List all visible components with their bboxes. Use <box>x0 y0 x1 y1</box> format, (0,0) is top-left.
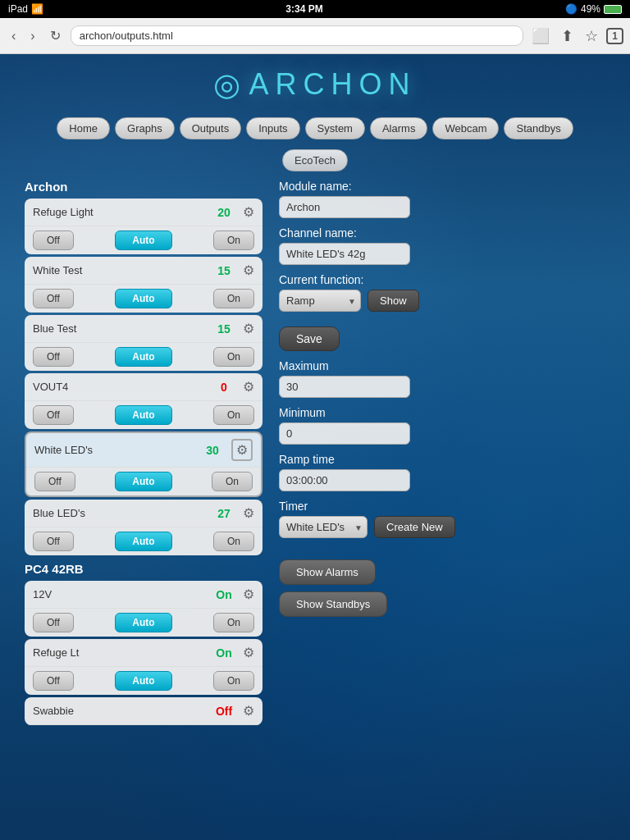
output-controls-white-test: Off Auto On <box>25 285 262 313</box>
ramp-time-input[interactable] <box>279 469 410 491</box>
output-row-vout4: VOUT4 0 ⚙ <box>25 373 262 401</box>
off-btn-vout4[interactable]: Off <box>33 405 74 425</box>
timer-group: Timer White LED's Blue LED's Refuge Ligh… <box>279 500 605 538</box>
output-name-refuge-lt: Refuge Lt <box>33 646 212 659</box>
output-row-swabbie: Swabbie Off ⚙ <box>25 697 262 725</box>
minimum-input[interactable] <box>279 422 410 445</box>
bluetooth-icon: 🔵 <box>565 3 578 15</box>
timer-select-wrapper: White LED's Blue LED's Refuge Light <box>279 516 368 538</box>
output-row-blue-test: Blue Test 15 ⚙ <box>25 315 262 343</box>
off-btn-blue-leds[interactable]: Off <box>33 532 74 551</box>
output-name-white-leds: White LED's <box>34 444 200 456</box>
gear-icon-blue-test[interactable]: ⚙ <box>243 321 254 336</box>
output-card-refuge-light: Refuge Light 20 ⚙ Off Auto On <box>25 199 262 254</box>
output-value-blue-test: 15 <box>212 322 236 336</box>
output-card-swabbie: Swabbie Off ⚙ <box>25 697 262 725</box>
show-standbys-button[interactable]: Show Standbys <box>279 591 387 617</box>
on-btn-blue-leds[interactable]: On <box>213 532 254 551</box>
share-button[interactable]: ⬜ <box>528 25 553 47</box>
on-btn-blue-test[interactable]: On <box>213 347 254 367</box>
timer-select[interactable]: White LED's Blue LED's Refuge Light <box>279 516 368 538</box>
reload-button[interactable]: ↻ <box>45 26 66 45</box>
bookmark-button[interactable]: ☆ <box>582 25 601 47</box>
nav-alarms[interactable]: Alarms <box>370 117 427 139</box>
maximum-input[interactable] <box>279 376 410 398</box>
nav-ecotech[interactable]: EcoTech <box>282 149 348 171</box>
nav-standbys[interactable]: Standbys <box>504 117 573 139</box>
on-btn-refuge-light[interactable]: On <box>213 231 254 250</box>
status-right: 🔵 49% <box>565 3 622 15</box>
nav-outputs[interactable]: Outputs <box>180 117 242 139</box>
ramp-time-group: Ramp time <box>279 453 605 491</box>
output-value-vout4: 0 <box>212 381 236 394</box>
left-panel: Archon Refuge Light 20 ⚙ Off Auto On Whi… <box>25 180 262 728</box>
show-alarms-button[interactable]: Show Alarms <box>279 559 376 585</box>
auto-btn-12v[interactable]: Auto <box>115 613 171 632</box>
auto-btn-blue-test[interactable]: Auto <box>115 347 171 367</box>
on-btn-refuge-lt[interactable]: On <box>213 671 254 691</box>
module-name-group: Module name: <box>279 180 605 218</box>
current-function-select[interactable]: Ramp Manual Timer Sine Lunar <box>279 290 361 312</box>
off-btn-white-leds[interactable]: Off <box>34 472 75 491</box>
on-btn-white-leds[interactable]: On <box>212 472 253 491</box>
on-btn-12v[interactable]: On <box>213 613 254 632</box>
output-row-blue-leds: Blue LED's 27 ⚙ <box>25 500 262 527</box>
nav-home[interactable]: Home <box>57 117 110 139</box>
create-new-button[interactable]: Create New <box>374 516 455 538</box>
back-button[interactable]: ‹ <box>7 27 21 45</box>
module-name-label: Module name: <box>279 180 605 193</box>
gear-icon-white-leds[interactable]: ⚙ <box>231 439 253 461</box>
forward-button[interactable]: › <box>25 27 39 45</box>
gear-icon-blue-leds[interactable]: ⚙ <box>243 505 254 521</box>
show-function-button[interactable]: Show <box>368 290 419 312</box>
output-controls-refuge-lt: Off Auto On <box>25 667 262 695</box>
current-function-label: Current function: <box>279 273 605 286</box>
auto-btn-white-leds[interactable]: Auto <box>115 472 171 491</box>
channel-name-group: Channel name: <box>279 226 605 265</box>
nav-graphs[interactable]: Graphs <box>115 117 175 139</box>
nav-system[interactable]: System <box>305 117 365 139</box>
off-btn-blue-test[interactable]: Off <box>33 347 74 367</box>
on-btn-vout4[interactable]: On <box>213 405 254 425</box>
off-btn-white-test[interactable]: Off <box>33 289 74 308</box>
nav-inputs[interactable]: Inputs <box>246 117 299 139</box>
gear-icon-refuge-lt[interactable]: ⚙ <box>243 645 254 660</box>
output-card-vout4: VOUT4 0 ⚙ Off Auto On <box>25 373 262 429</box>
on-btn-white-test[interactable]: On <box>213 289 254 308</box>
gear-icon-swabbie[interactable]: ⚙ <box>243 703 254 719</box>
gear-icon-refuge-light[interactable]: ⚙ <box>243 204 254 220</box>
channel-name-label: Channel name: <box>279 226 605 240</box>
tab-count[interactable]: 1 <box>606 28 623 44</box>
output-value-white-leds: 30 <box>200 444 225 457</box>
gear-icon-vout4[interactable]: ⚙ <box>243 379 254 395</box>
auto-btn-white-test[interactable]: Auto <box>115 289 171 308</box>
upload-button[interactable]: ⬆ <box>558 25 577 47</box>
output-row-12v: 12V On ⚙ <box>25 581 262 609</box>
address-input[interactable] <box>71 25 524 46</box>
output-row-refuge-lt: Refuge Lt On ⚙ <box>25 639 262 667</box>
off-btn-12v[interactable]: Off <box>33 613 74 632</box>
auto-btn-refuge-lt[interactable]: Auto <box>115 671 171 691</box>
output-controls-vout4: Off Auto On <box>25 401 262 429</box>
gear-icon-white-test[interactable]: ⚙ <box>243 262 254 278</box>
logo-area: ◎ ARCHON <box>0 54 630 111</box>
output-name-blue-test: Blue Test <box>33 322 212 335</box>
output-value-12v: On <box>212 588 236 601</box>
save-button[interactable]: Save <box>279 326 340 351</box>
module-name-input[interactable] <box>279 196 410 218</box>
nav-webcam[interactable]: Webcam <box>432 117 499 139</box>
gear-icon-12v[interactable]: ⚙ <box>243 587 254 602</box>
output-row-white-test: White Test 15 ⚙ <box>25 257 262 285</box>
output-card-blue-leds: Blue LED's 27 ⚙ Off Auto On <box>25 500 262 555</box>
auto-btn-refuge-light[interactable]: Auto <box>115 231 171 250</box>
page-background: ◎ ARCHON Home Graphs Outputs Inputs Syst… <box>0 54 630 840</box>
carrier-text: iPad <box>8 3 28 15</box>
channel-name-input[interactable] <box>279 243 410 265</box>
output-name-blue-leds: Blue LED's <box>33 507 212 519</box>
off-btn-refuge-light[interactable]: Off <box>33 231 74 250</box>
archon-section-label: Archon <box>25 180 262 194</box>
auto-btn-vout4[interactable]: Auto <box>115 405 171 425</box>
main-content: Archon Refuge Light 20 ⚙ Off Auto On Whi… <box>0 171 630 744</box>
auto-btn-blue-leds[interactable]: Auto <box>115 532 171 551</box>
off-btn-refuge-lt[interactable]: Off <box>33 671 74 691</box>
